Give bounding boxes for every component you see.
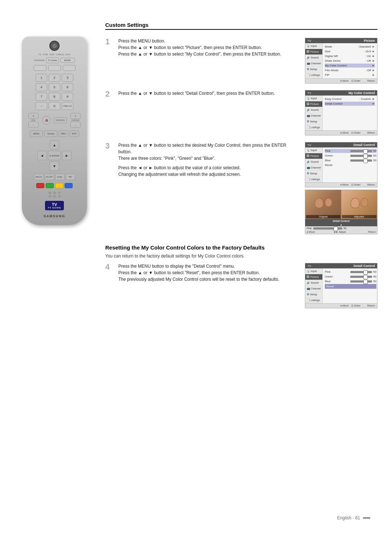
sidebar-setup-3: ⚙Setup: [305, 171, 322, 177]
reset-section: Resetting the My Color Control Colors to…: [105, 244, 377, 308]
blank-btn-2[interactable]: [48, 65, 61, 71]
exit-button[interactable]: EXIT: [70, 130, 79, 137]
green-button[interactable]: [46, 183, 54, 188]
numpad: 1 2 3 4 5 6 7 8 9 - 0 PRE-CH: [36, 74, 73, 110]
pip-button[interactable]: PIP: [66, 174, 75, 180]
step-1-number: 1: [105, 38, 114, 46]
sidebar-picture-3-active: 🖼Picture: [305, 153, 322, 159]
ch-up-button[interactable]: +: [70, 113, 81, 119]
btn-9[interactable]: 9: [62, 93, 73, 101]
green-row-4: Green 50: [325, 275, 376, 279]
digital-nr-row: Digital NR : On ►: [325, 54, 375, 58]
btn-1[interactable]: 1: [36, 74, 47, 82]
vol-up-button[interactable]: +: [28, 113, 38, 119]
my-color-row-selected: My Color Control ►: [325, 64, 375, 68]
ch-list-button[interactable]: CH LIST: [45, 174, 54, 180]
picture-screen: TV Picture 📡Input 🖼Picture 🔊Sound 📺Chann…: [305, 38, 377, 84]
ch-group: + CH/PAGE -: [70, 113, 81, 127]
right-button[interactable]: ►: [62, 151, 72, 160]
nav-cluster: ▲ ◄ ⊡ ENTER ► ▼: [37, 140, 72, 171]
sidebar-sound-3: 🔊Sound: [305, 159, 322, 165]
page-number-text: English - 61: [337, 515, 360, 520]
step-2-number: 2: [105, 90, 114, 98]
tv-guide-logo: TV TV GUIDE: [45, 201, 64, 210]
detail-control-screen: TV Detail Control 📡Input 🖼Picture 🔊Sound…: [305, 142, 377, 187]
enter-button[interactable]: ⊡ ENTER: [48, 151, 61, 160]
step-3-row: 3 Press the ▲ or ▼ button to select the …: [105, 142, 377, 234]
up-button[interactable]: ▲: [50, 140, 59, 150]
btn-5[interactable]: 5: [49, 83, 60, 91]
mode-button[interactable]: MODE: [60, 58, 75, 63]
detail-control-footer: ♦ Move ⊡ Enter ⬜ Return: [305, 182, 377, 187]
sidebar-input-2: 📡Input: [305, 96, 322, 101]
menu-button[interactable]: MENU: [30, 130, 43, 137]
pink-slider[interactable]: [313, 227, 342, 230]
blank-btn-3[interactable]: [63, 65, 75, 71]
btn-3[interactable]: 3: [62, 74, 73, 82]
down-button[interactable]: ▼: [50, 161, 59, 171]
dot-6: [58, 195, 61, 198]
size-row: Size : 16:9 ►: [325, 49, 375, 53]
step-4-text: Press the MENU button to display the "De…: [118, 263, 301, 283]
sidebar-sound-4: 🔊Sound: [305, 280, 322, 286]
ch-down-button[interactable]: -: [70, 122, 81, 127]
btn-dash[interactable]: -: [36, 102, 47, 110]
step-4-number: 4: [105, 263, 114, 271]
blue-row: Blue 50: [325, 158, 376, 162]
mute-button[interactable]: 🔇: [42, 116, 51, 125]
vol-down-button[interactable]: -: [28, 122, 38, 127]
function-buttons: MENU Samraut INFO EXIT: [30, 130, 79, 137]
my-color-screen-header: TV My Color Control: [305, 90, 377, 96]
page-number-box: [363, 517, 370, 519]
reset-sidebar: 📡Input 🖼Picture 🔊Sound 📺Channel ⚙Setup 📋…: [305, 268, 323, 303]
power-button[interactable]: [49, 41, 60, 51]
picture-screen-body: 📡Input 🖼Picture 🔊Sound 📺Channel ⚙Setup 📋…: [305, 43, 377, 78]
samsung-button[interactable]: Samraut: [44, 130, 57, 137]
source-button[interactable]: SOURCE: [54, 117, 67, 123]
btn-0[interactable]: 0: [49, 102, 60, 110]
blank-btn-1[interactable]: [34, 65, 46, 71]
sidebar-listings-4: 📋Listings: [305, 297, 322, 303]
info-button[interactable]: INFO: [59, 130, 68, 137]
fav-ch-button[interactable]: FAV.CH: [34, 174, 44, 180]
step-3-number: 3: [105, 142, 114, 150]
mode-row: Mode : Standard ►: [325, 45, 375, 49]
btn-4[interactable]: 4: [36, 83, 47, 91]
reset-row: Reset: [325, 163, 376, 167]
page-number-area: English - 61: [337, 515, 370, 520]
reset-screen-footer: ♦ Move ⊡ Enter ⬜ Return: [305, 303, 377, 308]
dot-3: [58, 191, 61, 194]
pink-row-4: Pink 50: [325, 270, 376, 274]
easy-control-row: Easy Control : Custom ►: [325, 97, 375, 101]
sidebar-input-4: 📡Input: [305, 268, 322, 274]
reset-heading: Resetting the My Color Control Colors to…: [105, 244, 377, 251]
dnite-row: DNite Demo : Off ►: [325, 59, 375, 63]
btn-6[interactable]: 6: [62, 83, 73, 91]
btn-prech[interactable]: PRE-CH: [62, 102, 73, 110]
red-button[interactable]: [36, 183, 44, 188]
reset-row-selected: Reset: [325, 284, 376, 289]
left-button[interactable]: ◄: [37, 151, 47, 160]
remote-source-labels: TV STB VCR CABLE DVD: [38, 53, 70, 56]
sidebar-channel-3: 📺Channel: [305, 165, 322, 171]
btn-8[interactable]: 8: [49, 93, 60, 101]
yellow-button[interactable]: [55, 183, 63, 188]
sidebar-sound-2: 🔊Sound: [305, 107, 322, 113]
colored-buttons-row: [36, 183, 73, 188]
face-1: [315, 198, 323, 208]
sidebar-channel: 📺Channel: [305, 61, 322, 66]
btn-2[interactable]: 2: [49, 74, 60, 82]
photo-slider-row: Pink 50: [305, 226, 377, 230]
content-column: Custom Settings 1 Press the MENU button.…: [105, 22, 377, 520]
blue-button[interactable]: [65, 183, 73, 188]
dot-5: [53, 195, 56, 198]
d-net-button[interactable]: D-Net: [55, 174, 65, 180]
tv-guide-button[interactable]: TV Guide: [46, 57, 59, 63]
picture-main: Mode : Standard ► Size : 16:9 ► Digital …: [323, 43, 377, 78]
sidebar-listings: 📋Listings: [305, 72, 322, 78]
vol-ch-row: + VOL - 🔇 SOURCE + CH/PAGE -: [28, 113, 81, 127]
indicator-dots: [49, 191, 61, 198]
btn-7[interactable]: 7: [36, 93, 47, 101]
step-3-screens: TV Detail Control 📡Input 🖼Picture 🔊Sound…: [305, 142, 377, 234]
blank-buttons-row: [34, 65, 75, 71]
